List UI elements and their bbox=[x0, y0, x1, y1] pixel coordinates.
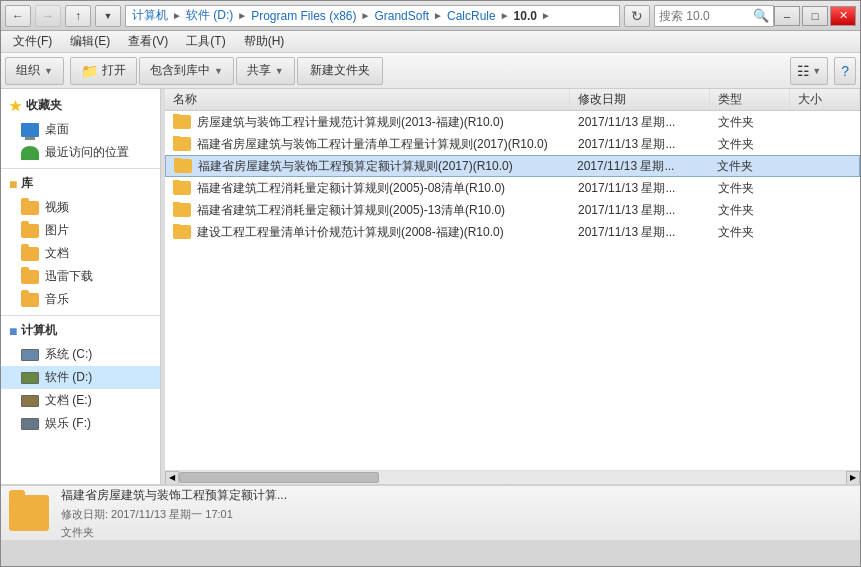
folder-icon bbox=[174, 159, 192, 173]
docs-folder-icon bbox=[21, 247, 39, 261]
close-button[interactable]: ✕ bbox=[830, 6, 856, 26]
drive-d-icon bbox=[21, 372, 39, 384]
open-label: 打开 bbox=[102, 62, 126, 79]
h-scroll-left-arrow[interactable]: ◀ bbox=[165, 471, 179, 485]
file-name-cell: 建设工程工程量清单计价规范计算规则(2008-福建)(R10.0) bbox=[165, 224, 570, 241]
favorites-header[interactable]: ★ 收藏夹 bbox=[1, 93, 160, 118]
include-library-button[interactable]: 包含到库中 ▼ bbox=[139, 57, 234, 85]
col-date-header[interactable]: 修改日期 bbox=[570, 89, 710, 110]
forward-button[interactable]: → bbox=[35, 5, 61, 27]
maximize-button[interactable]: □ bbox=[802, 6, 828, 26]
file-list-header: 名称 修改日期 类型 大小 bbox=[165, 89, 860, 111]
search-icon[interactable]: 🔍 bbox=[753, 8, 769, 23]
sidebar-item-thunder[interactable]: 迅雷下载 bbox=[1, 265, 160, 288]
table-row[interactable]: 福建省房屋建筑与装饰工程计量清单工程量计算规则(2017)(R10.0) 201… bbox=[165, 133, 860, 155]
include-library-arrow-icon: ▼ bbox=[214, 66, 223, 76]
open-button[interactable]: 📁 打开 bbox=[70, 57, 137, 85]
h-scroll-right-arrow[interactable]: ▶ bbox=[846, 471, 860, 485]
view-toggle-button[interactable]: ☷ ▼ bbox=[790, 57, 828, 85]
file-type-cell: 文件夹 bbox=[710, 224, 790, 241]
help-button[interactable]: ? bbox=[834, 57, 856, 85]
file-date-cell: 2017/11/13 星期... bbox=[570, 180, 710, 197]
menu-edit[interactable]: 编辑(E) bbox=[62, 31, 118, 52]
menu-file[interactable]: 文件(F) bbox=[5, 31, 60, 52]
nav-section-library: ■ 库 视频 图片 文档 迅雷下载 bbox=[1, 171, 160, 311]
library-label: 库 bbox=[21, 175, 33, 192]
crumb-calcrule[interactable]: CalcRule bbox=[447, 9, 496, 23]
organize-arrow-icon: ▼ bbox=[44, 66, 53, 76]
share-button[interactable]: 共享 ▼ bbox=[236, 57, 295, 85]
file-name-cell: 房屋建筑与装饰工程计量规范计算规则(2013-福建)(R10.0) bbox=[165, 114, 570, 131]
menu-tools[interactable]: 工具(T) bbox=[178, 31, 233, 52]
nav-section-favorites: ★ 收藏夹 桌面 最近访问的位置 bbox=[1, 93, 160, 164]
crumb-drive[interactable]: 软件 (D:) bbox=[186, 7, 233, 24]
organize-button[interactable]: 组织 ▼ bbox=[5, 57, 64, 85]
file-name-cell: 福建省建筑工程消耗量定额计算规则(2005)-13清单(R10.0) bbox=[165, 202, 570, 219]
h-scroll-track[interactable] bbox=[179, 471, 846, 484]
left-panel: ★ 收藏夹 桌面 最近访问的位置 ■ 库 bbox=[1, 89, 161, 484]
crumb-10[interactable]: 10.0 bbox=[514, 9, 537, 23]
sidebar-item-music[interactable]: 音乐 bbox=[1, 288, 160, 311]
status-detail: 修改日期: 2017/11/13 星期一 17:01 bbox=[61, 507, 287, 522]
table-row[interactable]: 建设工程工程量清单计价规范计算规则(2008-福建)(R10.0) 2017/1… bbox=[165, 221, 860, 243]
sidebar-item-drive-d[interactable]: 软件 (D:) bbox=[1, 366, 160, 389]
nav-section-computer: ■ 计算机 系统 (C:) 软件 (D:) 文档 (E:) 娱乐 ( bbox=[1, 318, 160, 435]
col-type-header[interactable]: 类型 bbox=[710, 89, 790, 110]
file-type-cell: 文件夹 bbox=[709, 158, 789, 175]
file-date-cell: 2017/11/13 星期... bbox=[570, 224, 710, 241]
file-name-cell: 福建省房屋建筑与装饰工程计量清单工程量计算规则(2017)(R10.0) bbox=[165, 136, 570, 153]
sidebar-item-drive-c[interactable]: 系统 (C:) bbox=[1, 343, 160, 366]
sidebar-item-drive-f[interactable]: 娱乐 (F:) bbox=[1, 412, 160, 435]
address-bar[interactable]: 计算机 ► 软件 (D:) ► Program Files (x86) ► Gr… bbox=[125, 5, 620, 27]
library-header[interactable]: ■ 库 bbox=[1, 171, 160, 196]
file-list: 房屋建筑与装饰工程计量规范计算规则(2013-福建)(R10.0) 2017/1… bbox=[165, 111, 860, 470]
back-button[interactable]: ← bbox=[5, 5, 31, 27]
table-row[interactable]: 福建省房屋建筑与装饰工程预算定额计算规则(2017)(R10.0) 2017/1… bbox=[165, 155, 860, 177]
table-row[interactable]: 房屋建筑与装饰工程计量规范计算规则(2013-福建)(R10.0) 2017/1… bbox=[165, 111, 860, 133]
recent-dropdown-button[interactable]: ▼ bbox=[95, 5, 121, 27]
file-name-cell: 福建省建筑工程消耗量定额计算规则(2005)-08清单(R10.0) bbox=[165, 180, 570, 197]
view-icon: ☷ bbox=[797, 63, 810, 79]
h-scroll-thumb[interactable] bbox=[179, 472, 379, 483]
star-icon: ★ bbox=[9, 98, 22, 114]
crumb-computer[interactable]: 计算机 bbox=[132, 7, 168, 24]
refresh-button[interactable]: ↻ bbox=[624, 5, 650, 27]
help-icon: ? bbox=[841, 63, 849, 79]
minimize-button[interactable]: – bbox=[774, 6, 800, 26]
horizontal-scrollbar[interactable]: ◀ ▶ bbox=[165, 470, 860, 484]
search-box[interactable]: 🔍 bbox=[654, 5, 774, 27]
up-button[interactable]: ↑ bbox=[65, 5, 91, 27]
col-name-header[interactable]: 名称 bbox=[165, 89, 570, 110]
crumb-sep-6: ► bbox=[541, 10, 551, 21]
share-label: 共享 bbox=[247, 62, 271, 79]
crumb-grandsoft[interactable]: GrandSoft bbox=[374, 9, 429, 23]
sidebar-item-drive-e[interactable]: 文档 (E:) bbox=[1, 389, 160, 412]
sidebar-item-images[interactable]: 图片 bbox=[1, 219, 160, 242]
sidebar-item-video[interactable]: 视频 bbox=[1, 196, 160, 219]
menu-help[interactable]: 帮助(H) bbox=[236, 31, 293, 52]
col-size-header[interactable]: 大小 bbox=[790, 89, 860, 110]
sidebar-item-recent[interactable]: 最近访问的位置 bbox=[1, 141, 160, 164]
file-type-cell: 文件夹 bbox=[710, 136, 790, 153]
drive-c-icon bbox=[21, 349, 39, 361]
folder-icon bbox=[173, 137, 191, 151]
menu-view[interactable]: 查看(V) bbox=[120, 31, 176, 52]
include-library-label: 包含到库中 bbox=[150, 62, 210, 79]
table-row[interactable]: 福建省建筑工程消耗量定额计算规则(2005)-13清单(R10.0) 2017/… bbox=[165, 199, 860, 221]
computer-header[interactable]: ■ 计算机 bbox=[1, 318, 160, 343]
search-input[interactable] bbox=[659, 9, 751, 23]
drive-f-icon bbox=[21, 418, 39, 430]
music-folder-icon bbox=[21, 293, 39, 307]
folder-icon bbox=[173, 203, 191, 217]
new-folder-button[interactable]: 新建文件夹 bbox=[297, 57, 383, 85]
video-folder-icon bbox=[21, 201, 39, 215]
folder-icon bbox=[173, 225, 191, 239]
table-row[interactable]: 福建省建筑工程消耗量定额计算规则(2005)-08清单(R10.0) 2017/… bbox=[165, 177, 860, 199]
sidebar-item-desktop[interactable]: 桌面 bbox=[1, 118, 160, 141]
file-date-cell: 2017/11/13 星期... bbox=[570, 114, 710, 131]
desktop-label: 桌面 bbox=[45, 121, 69, 138]
sidebar-item-docs[interactable]: 文档 bbox=[1, 242, 160, 265]
images-folder-icon bbox=[21, 224, 39, 238]
library-icon: ■ bbox=[9, 176, 17, 192]
crumb-programfiles[interactable]: Program Files (x86) bbox=[251, 9, 356, 23]
